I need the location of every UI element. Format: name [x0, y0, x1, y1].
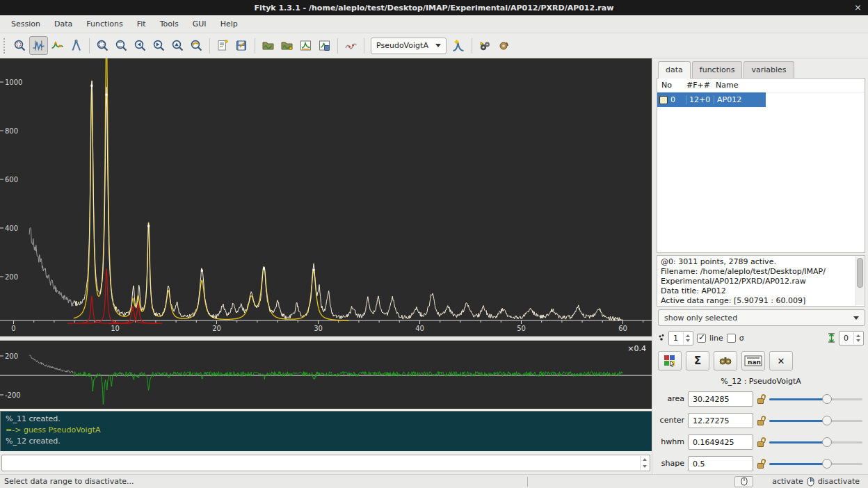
param-row-shape: shape 0.5 [657, 453, 865, 474]
main-plot[interactable]: 01020304050602004006008001000 [0, 58, 652, 336]
save-session-button[interactable] [232, 36, 251, 55]
point-size-spinner[interactable]: 1 [668, 331, 693, 345]
command-input[interactable] [1, 455, 650, 471]
lock-icon[interactable] [757, 416, 766, 425]
status-bar: Select data range to disactivate... acti… [0, 474, 868, 488]
mouse-icon [741, 477, 748, 486]
aux-plot[interactable]: 200-200×0.4 [0, 341, 652, 409]
run-fit-button[interactable] [476, 36, 495, 55]
zoom-right-button[interactable] [150, 36, 168, 55]
edit-script-button[interactable] [214, 36, 232, 55]
menu-data[interactable]: Data [47, 16, 79, 32]
slider-knob[interactable] [822, 459, 832, 469]
nan-button[interactable]: nan [741, 351, 765, 371]
data-range-mode-button[interactable] [29, 36, 48, 55]
zoom-right-icon [152, 39, 166, 52]
console-line: =-> guess PseudoVoigtA [6, 425, 647, 436]
param-hwhm-slider[interactable] [769, 437, 862, 447]
toolbar-drag-handle[interactable] [3, 38, 7, 54]
add-linear-mode-button[interactable] [67, 36, 86, 55]
sum-button[interactable]: Σ [686, 351, 709, 371]
param-row-center: center 12.27275 [657, 409, 865, 431]
close-icon[interactable]: × [854, 0, 862, 15]
data-range-icon [32, 39, 45, 52]
lock-icon[interactable] [757, 394, 766, 404]
function-header: %_12 : PseudoVoigtA [657, 377, 865, 388]
function-type-select[interactable]: PseudoVoigtA [371, 38, 447, 54]
data-editor-button[interactable] [296, 36, 315, 55]
shift-spinner[interactable]: 0 [839, 331, 864, 345]
info-line: Filename: /home/aleplo/test/Desktop/IMAP… [661, 267, 853, 277]
mouse-hints-button[interactable] [734, 476, 753, 487]
param-shape-slider[interactable] [769, 459, 862, 469]
line-checkbox-label: line [709, 334, 723, 343]
load-data-button[interactable] [259, 36, 278, 55]
vertical-shift-icon [828, 333, 835, 343]
toolbar: PseudoVoigtA [0, 33, 868, 58]
spinner-arrows[interactable] [683, 332, 692, 344]
activate-hint-label: activate [772, 477, 803, 486]
info-scrollbar[interactable] [855, 257, 864, 305]
spinner-arrows[interactable] [853, 332, 862, 344]
svg-text:200: 200 [5, 273, 18, 281]
param-shape-field[interactable]: 0.5 [688, 456, 753, 471]
sidebar-splitter[interactable] [652, 58, 657, 474]
column-header-no: No [657, 81, 686, 90]
slider-knob[interactable] [822, 394, 832, 404]
add-peak-mode-button[interactable] [48, 36, 67, 55]
load-data-custom-button[interactable] [278, 36, 296, 55]
svg-text:800: 800 [5, 127, 18, 135]
zoom-vertical-button[interactable] [112, 36, 131, 55]
auto-add-peak-button[interactable] [449, 36, 468, 55]
menu-fit[interactable]: Fit [130, 16, 153, 32]
dataset-f-count: 12+0 [686, 95, 714, 104]
up-arrow-icon [856, 334, 860, 337]
menu-session[interactable]: Session [4, 16, 47, 32]
param-value: 0.5 [693, 459, 705, 469]
fit-continue-button[interactable] [495, 36, 513, 55]
tab-functions[interactable]: functions [692, 61, 743, 78]
zoom-up-button[interactable] [168, 36, 187, 55]
param-area-slider[interactable] [769, 394, 862, 404]
line-checkbox[interactable] [697, 334, 706, 343]
console-line: %_12 created. [6, 436, 647, 447]
fit-continue-icon [497, 39, 511, 53]
scrollbar-thumb[interactable] [857, 258, 863, 288]
dataset-list: No #F+# Name 0 12+0 AP012 [657, 78, 865, 253]
delete-button[interactable]: ✕ [769, 351, 793, 371]
lock-icon[interactable] [757, 437, 766, 447]
slider-knob[interactable] [822, 437, 832, 447]
menu-functions[interactable]: Functions [79, 16, 130, 32]
tab-data[interactable]: data [658, 61, 691, 79]
color-grid-icon [664, 355, 676, 367]
menu-tools[interactable]: Tools [153, 16, 186, 32]
zoom-undo-button[interactable] [187, 36, 206, 55]
menu-help[interactable]: Help [214, 16, 245, 32]
table-row[interactable]: 0 12+0 AP012 [657, 92, 766, 107]
lock-icon[interactable] [757, 459, 766, 469]
dataset-checkbox[interactable] [659, 96, 668, 104]
point-size-icon [658, 334, 665, 342]
zoom-left-button[interactable] [131, 36, 150, 55]
svg-text:nan: nan [748, 359, 761, 366]
quick-look-button[interactable] [714, 351, 737, 371]
dataset-colors-button[interactable] [658, 351, 682, 371]
slider-knob[interactable] [822, 416, 832, 425]
output-console: %_11 created. =-> guess PseudoVoigtA %_1… [0, 411, 652, 451]
chevron-down-icon [435, 44, 441, 47]
show-filter-select[interactable]: show only selected [658, 309, 865, 326]
command-history-spinner[interactable] [640, 456, 649, 470]
param-center-slider[interactable] [769, 416, 862, 425]
status-message: Select data range to disactivate... [0, 477, 527, 486]
param-center-field[interactable]: 12.27275 [688, 413, 753, 428]
tab-variables[interactable]: variables [744, 61, 794, 78]
save-data-button[interactable] [315, 36, 334, 55]
define-function-icon [344, 39, 357, 52]
define-function-button[interactable] [341, 36, 360, 55]
zoom-mode-button[interactable] [10, 36, 29, 55]
param-area-field[interactable]: 30.24285 [688, 391, 753, 407]
menu-gui[interactable]: GUI [186, 16, 214, 32]
sigma-checkbox[interactable] [727, 334, 736, 343]
zoom-all-button[interactable] [93, 36, 112, 55]
param-hwhm-field[interactable]: 0.1649425 [688, 434, 753, 450]
